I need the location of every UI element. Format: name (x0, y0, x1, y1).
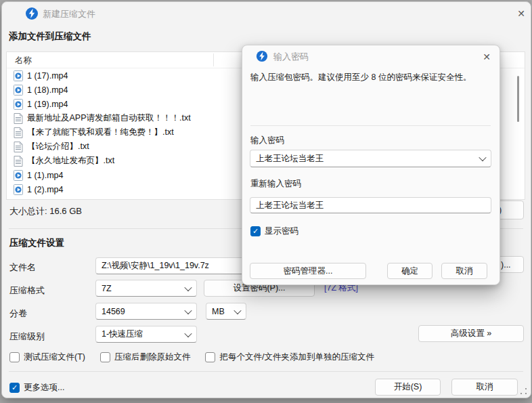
column-divider[interactable] (213, 54, 214, 66)
password-label: 输入密码 (250, 135, 284, 146)
bandizip-app-icon (25, 7, 39, 20)
file-name: 1 (2).mp4 (27, 185, 64, 194)
total-size-label: 大小总计: 16.6 GB (9, 205, 82, 217)
chevron-down-icon (234, 306, 241, 314)
confirm-password-input[interactable] (250, 197, 491, 213)
close-icon[interactable]: ✕ (478, 49, 495, 64)
file-name: 1 (19).mp4 (27, 100, 68, 109)
checkbox-label: 测试压缩文件(T) (24, 352, 85, 363)
window-title: 新建压缩文件 (43, 8, 95, 20)
volume-label: 分卷 (9, 307, 27, 320)
chevron-down-icon (184, 283, 192, 291)
level-label: 压缩级别 (9, 331, 45, 343)
ok-button[interactable]: 确定 (387, 263, 433, 279)
footer-divider (9, 371, 523, 372)
password-combobox[interactable]: 上老王论坛当老王 (250, 150, 491, 167)
level-select[interactable]: 1-快速压缩 (95, 326, 197, 343)
chevron-down-icon (184, 329, 192, 337)
file-name: 1 (17).mp4 (27, 71, 68, 81)
checkbox-box[interactable] (100, 352, 110, 362)
resize-grip[interactable] (520, 388, 527, 394)
show-password-label: 显示密码 (265, 226, 298, 237)
txt-file-icon (14, 156, 23, 167)
format-label: 压缩格式 (9, 284, 45, 297)
file-name: 1 (18).mp4 (27, 85, 68, 95)
start-button[interactable]: 开始(S) (375, 379, 441, 396)
dialog-title: 输入密码 (273, 51, 309, 63)
checkbox-box[interactable] (205, 352, 215, 362)
file-name: 最新地址及APP请发邮箱自动获取！！！.txt (27, 112, 191, 124)
dialog-divider (250, 125, 491, 126)
dialog-cancel-button[interactable]: 取消 (441, 263, 487, 279)
section-add-files-heading: 添加文件到压缩文件 (9, 30, 91, 43)
option-checkbox[interactable]: 测试压缩文件(T) (9, 352, 85, 363)
chevron-down-icon (479, 154, 486, 161)
txt-file-icon (14, 113, 23, 124)
mp4-file-icon (14, 184, 23, 195)
mp4-file-icon (14, 170, 23, 181)
filename-label: 文件名 (9, 261, 36, 274)
more-options-checkbox[interactable]: 更多选项... (9, 382, 64, 394)
mp4-file-icon (14, 99, 23, 110)
password-manager-button[interactable]: 密码管理器... (250, 263, 366, 279)
file-name: 【来了就能下载和观看！纯免费！】.txt (27, 127, 174, 138)
txt-file-icon (14, 127, 23, 138)
column-header-name[interactable]: 名称 (15, 55, 32, 66)
mp4-file-icon (14, 70, 23, 81)
checkbox-checked-box[interactable] (9, 383, 20, 393)
file-name: 【永久地址发布页】.txt (27, 155, 114, 167)
checkbox-box[interactable] (9, 352, 20, 362)
checkbox-label: 压缩后删除原始文件 (114, 352, 191, 363)
chevron-down-icon (184, 306, 192, 314)
file-name: 1 (1).mp4 (27, 171, 64, 180)
section-settings-heading: 压缩文件设置 (9, 237, 64, 249)
password-dialog: 输入密码 ✕ 输入压缩包密码。建议使用至少 8 位的密码来保证安全性。 输入密码… (242, 45, 500, 285)
volume-value: 14569 (102, 307, 125, 316)
volume-combobox[interactable]: 14569 (95, 303, 197, 320)
file-name: 【论坛介绍】.txt (27, 141, 89, 152)
cancel-button[interactable]: 取消 (451, 379, 518, 396)
format-select[interactable]: 7Z (95, 280, 197, 297)
desktop-background: 新建压缩文件 ✕ 添加文件到压缩文件 名称 1 (17).mp4 1 (18).… (0, 0, 532, 403)
checkbox-checked-box[interactable] (250, 226, 261, 236)
list-scrollbar[interactable] (517, 76, 519, 122)
advanced-settings-button[interactable]: 高级设置 » (418, 325, 524, 342)
level-value: 1-快速压缩 (102, 328, 143, 340)
show-password-checkbox[interactable]: 显示密码 (250, 226, 298, 237)
checkbox-label: 把每个文件/文件夹添加到单独的压缩文件 (219, 352, 374, 363)
dialog-description: 输入压缩包密码。建议使用至少 8 位的密码来保证安全性。 (250, 72, 487, 83)
volume-unit-value: MB (212, 307, 225, 316)
close-icon[interactable]: ✕ (512, 6, 530, 21)
bandizip-app-icon (256, 50, 268, 62)
more-options-label: 更多选项... (24, 382, 64, 394)
confirm-password-label: 重新输入密码 (250, 178, 301, 190)
password-value: 上老王论坛当老王 (256, 153, 324, 165)
volume-unit-select[interactable]: MB (206, 303, 246, 320)
mp4-file-icon (14, 85, 23, 96)
txt-file-icon (14, 142, 23, 152)
format-value: 7Z (102, 284, 112, 293)
option-checkbox[interactable]: 压缩后删除原始文件 (100, 352, 191, 363)
option-checkbox[interactable]: 把每个文件/文件夹添加到单独的压缩文件 (205, 352, 374, 363)
options-row: 测试压缩文件(T)压缩后删除原始文件把每个文件/文件夹添加到单独的压缩文件 (9, 352, 374, 363)
